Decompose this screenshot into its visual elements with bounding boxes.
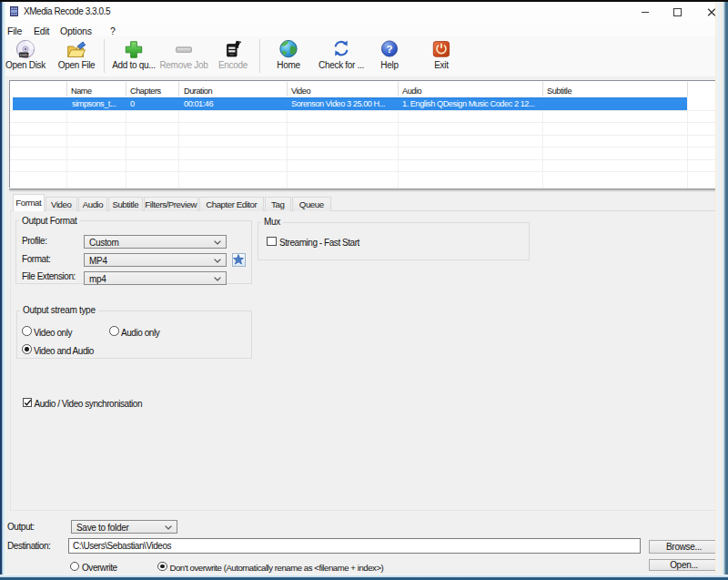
svg-text:?: ? [386,44,392,55]
svg-text:DVD: DVD [20,53,28,57]
